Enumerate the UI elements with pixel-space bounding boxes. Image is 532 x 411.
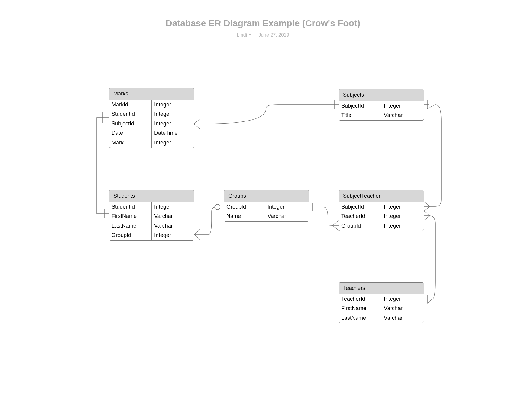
field-type: Integer bbox=[152, 109, 194, 119]
entity-header-teachers: Teachers bbox=[339, 283, 424, 294]
field-name: StudentId bbox=[109, 202, 151, 212]
field-name: Name bbox=[224, 212, 265, 221]
field-name: GroupId bbox=[109, 231, 151, 240]
field-name: Date bbox=[109, 128, 151, 138]
entity-header-subjectteacher: SubjectTeacher bbox=[339, 190, 424, 202]
entity-fieldtypes-subjects: IntegerVarchar bbox=[381, 101, 424, 120]
field-name: Title bbox=[339, 111, 381, 120]
subtitle-separator: | bbox=[253, 32, 259, 37]
rel-groups-students-optional-icon bbox=[215, 204, 220, 210]
entity-fieldnames-subjects: SubjectIdTitle bbox=[339, 101, 381, 120]
field-type: Integer bbox=[381, 202, 424, 212]
author-label: Lindi H bbox=[237, 32, 252, 37]
entity-body-students: StudentIdFirstNameLastNameGroupIdInteger… bbox=[109, 202, 194, 240]
entity-body-teachers: TeacherIdFirstNameLastNameIntegerVarchar… bbox=[339, 294, 424, 323]
field-type: Varchar bbox=[152, 221, 194, 231]
entity-groups[interactable]: GroupsGroupIdNameIntegerVarchar bbox=[224, 190, 309, 222]
entity-fieldnames-teachers: TeacherIdFirstNameLastName bbox=[339, 294, 381, 323]
field-name: MarkId bbox=[109, 100, 151, 110]
entity-fieldnames-marks: MarkIdStudentIdSubjectIdDateMark bbox=[109, 100, 152, 148]
field-name: FirstName bbox=[109, 212, 151, 221]
field-type: Integer bbox=[381, 101, 424, 111]
field-type: Varchar bbox=[152, 212, 194, 221]
field-name: SubjectId bbox=[109, 119, 151, 129]
field-type: Integer bbox=[381, 221, 424, 231]
field-type: Integer bbox=[152, 138, 194, 148]
entity-header-subjects: Subjects bbox=[339, 89, 424, 101]
diagram-canvas: Database ER Diagram Example (Crow's Foot… bbox=[0, 0, 532, 411]
entity-body-groups: GroupIdNameIntegerVarchar bbox=[224, 202, 309, 221]
entity-body-marks: MarkIdStudentIdSubjectIdDateMarkIntegerI… bbox=[109, 100, 194, 148]
field-type: Integer bbox=[152, 100, 194, 110]
entity-fieldnames-students: StudentIdFirstNameLastNameGroupId bbox=[109, 202, 152, 240]
entity-fieldnames-subjectteacher: SubjectIdTeacherIdGroupId bbox=[339, 202, 381, 231]
field-type: Integer bbox=[152, 119, 194, 129]
rel-groups-subjectteacher bbox=[309, 203, 339, 230]
entity-fieldtypes-teachers: IntegerVarcharVarchar bbox=[381, 294, 424, 323]
field-type: DateTime bbox=[152, 128, 194, 138]
entity-subjects[interactable]: SubjectsSubjectIdTitleIntegerVarchar bbox=[339, 89, 424, 121]
field-name: SubjectId bbox=[339, 202, 381, 212]
field-type: Varchar bbox=[265, 212, 309, 221]
title-block: Database ER Diagram Example (Crow's Foot… bbox=[157, 18, 369, 38]
entity-fieldtypes-students: IntegerVarcharVarcharInteger bbox=[152, 202, 194, 240]
field-name: Mark bbox=[109, 138, 151, 148]
rel-teachers-subjectteacher bbox=[424, 211, 435, 303]
rel-groups-students-line bbox=[194, 207, 224, 240]
field-type: Integer bbox=[381, 294, 424, 304]
field-type: Varchar bbox=[381, 313, 424, 323]
field-name: LastName bbox=[109, 221, 151, 231]
field-type: Varchar bbox=[381, 304, 424, 313]
field-type: Integer bbox=[381, 212, 424, 221]
date-label: June 27, 2019 bbox=[258, 32, 289, 37]
field-name: TeacherId bbox=[339, 212, 381, 221]
entity-students[interactable]: StudentsStudentIdFirstNameLastNameGroupI… bbox=[109, 190, 194, 241]
field-name: StudentId bbox=[109, 109, 151, 119]
entity-header-groups: Groups bbox=[224, 190, 309, 202]
field-name: GroupId bbox=[224, 202, 265, 212]
field-name: GroupId bbox=[339, 221, 381, 231]
rel-marks-subjects bbox=[194, 100, 339, 129]
title-divider bbox=[157, 31, 369, 31]
rel-students-marks bbox=[97, 112, 109, 218]
entity-teachers[interactable]: TeachersTeacherIdFirstNameLastNameIntege… bbox=[339, 282, 424, 323]
field-type: Integer bbox=[152, 231, 194, 240]
page-title: Database ER Diagram Example (Crow's Foot… bbox=[157, 18, 369, 28]
field-name: LastName bbox=[339, 313, 381, 323]
entity-fieldtypes-groups: IntegerVarchar bbox=[265, 202, 309, 221]
entity-body-subjectteacher: SubjectIdTeacherIdGroupIdIntegerIntegerI… bbox=[339, 202, 424, 231]
entity-fieldnames-groups: GroupIdName bbox=[224, 202, 265, 221]
rel-subjects-subjectteacher bbox=[424, 100, 441, 211]
page-subtitle: Lindi H | June 27, 2019 bbox=[157, 32, 369, 38]
entity-marks[interactable]: MarksMarkIdStudentIdSubjectIdDateMarkInt… bbox=[109, 88, 194, 148]
entity-header-marks: Marks bbox=[109, 88, 194, 100]
field-name: FirstName bbox=[339, 304, 381, 313]
field-name: TeacherId bbox=[339, 294, 381, 304]
entity-fieldtypes-subjectteacher: IntegerIntegerInteger bbox=[381, 202, 424, 231]
field-type: Integer bbox=[152, 202, 194, 212]
entity-subjectteacher[interactable]: SubjectTeacherSubjectIdTeacherIdGroupIdI… bbox=[339, 190, 424, 231]
field-type: Varchar bbox=[381, 111, 424, 120]
entity-body-subjects: SubjectIdTitleIntegerVarchar bbox=[339, 101, 424, 120]
entity-fieldtypes-marks: IntegerIntegerIntegerDateTimeInteger bbox=[152, 100, 194, 148]
field-name: SubjectId bbox=[339, 101, 381, 111]
field-type: Integer bbox=[265, 202, 309, 212]
entity-header-students: Students bbox=[109, 190, 194, 202]
